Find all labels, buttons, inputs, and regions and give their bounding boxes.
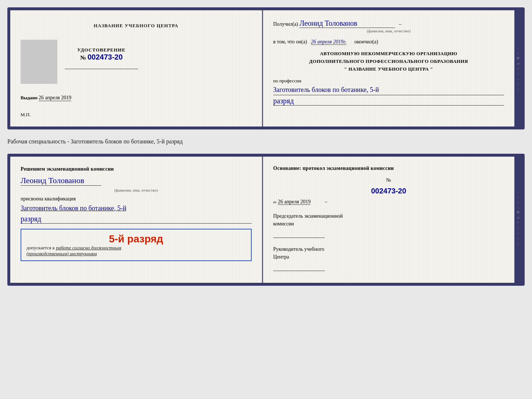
- fio-label-bottom: (фамилия, имя, отчество): [21, 188, 252, 192]
- bottom-document-card: Решением экзаменационной комиссии Леонид…: [7, 154, 525, 286]
- received-prefix: Получил(а) Леонид Толованов –: [273, 21, 402, 27]
- cert-no-prefix: №: [80, 54, 86, 61]
- badge-italic1: работе согласно должностным: [56, 245, 121, 250]
- protocol-number: 002473-20: [273, 187, 504, 195]
- razryad-value: разряд: [273, 97, 504, 106]
- specialty-label: Рабочая специальность - Заготовитель бло…: [7, 135, 525, 148]
- received-name: Леонид Толованов: [299, 19, 395, 28]
- predsed-line: Председатель экзаменационной комиссии: [273, 212, 504, 228]
- photo-placeholder: [21, 40, 57, 84]
- bottom-doc-left: Решением экзаменационной комиссии Леонид…: [10, 157, 263, 283]
- mp-label: М.П.: [21, 112, 252, 118]
- person-name-bottom: Леонид Толованов: [21, 176, 101, 186]
- fio-label: (фамилия, имя, отчество): [273, 29, 504, 33]
- cert-number-block: УДОСТОВЕРЕНИЕ № 002473-20: [65, 47, 138, 61]
- predsed-signature-line: [273, 231, 325, 238]
- cert-label: УДОСТОВЕРЕНИЕ: [65, 47, 138, 53]
- top-title: НАЗВАНИЕ УЧЕБНОГО ЦЕНТРА: [21, 23, 252, 29]
- page-wrapper: НАЗВАНИЕ УЧЕБНОГО ЦЕНТРА УДОСТОВЕРЕНИЕ №…: [7, 7, 525, 286]
- bottom-doc-right: Основание: протокол экзаменационной коми…: [263, 157, 515, 283]
- badge-admit: допускается к работе согласно должностны…: [26, 245, 246, 257]
- rukov-line: Руководитель учебного Центра: [273, 245, 504, 261]
- osnov-line: Основание: протокол экзаменационной коми…: [273, 165, 504, 171]
- decision-line: Решением экзаменационной комиссии: [21, 165, 252, 173]
- org-block: АВТОНОМНУЮ НЕКОММЕРЧЕСКУЮ ОРГАНИЗАЦИЮ ДО…: [273, 50, 504, 73]
- okoncil: окончил(а): [354, 39, 378, 44]
- cert-block: УДОСТОВЕРЕНИЕ № 002473-20: [65, 40, 138, 69]
- razryad-bottom: разряд: [21, 215, 252, 224]
- profession-label: по профессии: [273, 78, 504, 84]
- protocol-block: № 002473-20: [273, 177, 504, 195]
- rukov-signature-line: [273, 264, 325, 271]
- qualification-value: Заготовитель блоков по ботанике, 5-й: [21, 203, 252, 213]
- profession-value: Заготовитель блоков по ботанике, 5-й: [273, 85, 504, 95]
- vtom-block: в том, что он(а) 26 апреля 2019г. окончи…: [273, 38, 504, 45]
- prisvoena-line: присвоена квалификация: [21, 196, 252, 202]
- from-date-line: от 26 апреля 2019 –: [273, 199, 504, 205]
- badge-box: 5-й разряд допускается к работе согласно…: [21, 229, 252, 261]
- badge-rank: 5-й разряд: [26, 233, 246, 245]
- issued-date: 26 апреля 2019: [39, 95, 71, 101]
- vtom-date: 26 апреля 2019г.: [311, 39, 346, 45]
- person-block: Леонид Толованов (фамилия, имя, отчество…: [21, 176, 252, 192]
- vtom-text: в том, что он(а) 26 апреля 2019г. окончи…: [273, 39, 378, 45]
- top-doc-left: НАЗВАНИЕ УЧЕБНОГО ЦЕНТРА УДОСТОВЕРЕНИЕ №…: [10, 10, 263, 127]
- right-edge-strip-bottom: – – – И ,а ← – – – –: [514, 157, 522, 283]
- received-block: Получил(а) Леонид Толованов – (фамилия, …: [273, 19, 504, 33]
- top-document-card: НАЗВАНИЕ УЧЕБНОГО ЦЕНТРА УДОСТОВЕРЕНИЕ №…: [7, 7, 525, 129]
- from-date: 26 апреля 2019: [278, 199, 310, 205]
- cert-no: 002473-20: [87, 53, 123, 61]
- badge-italic2: (производственным) инструкциям: [26, 251, 97, 256]
- right-edge-strip: – – И ,а ← – – – –: [514, 10, 522, 127]
- top-doc-right: Получил(а) Леонид Толованов – (фамилия, …: [263, 10, 515, 127]
- issued-line: Выдано 26 апреля 2019: [21, 95, 252, 101]
